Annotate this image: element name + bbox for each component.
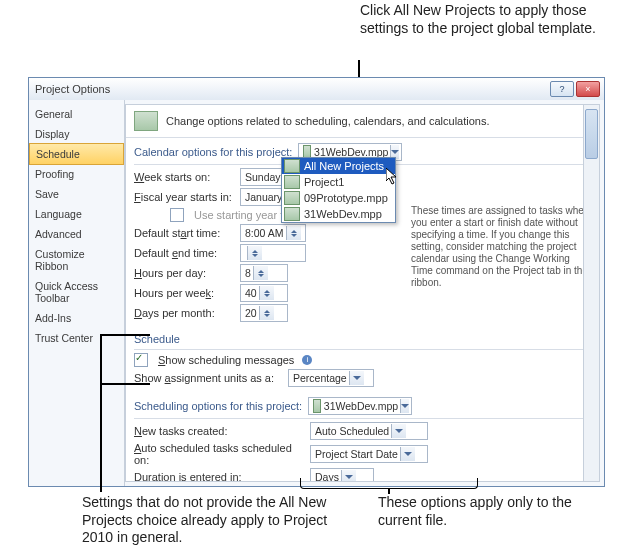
default-end-label: Default end time: <box>134 247 234 259</box>
hours-week-spin[interactable]: 40 <box>240 284 288 302</box>
mpp-icon <box>284 207 300 221</box>
side-note: These times are assigned to tasks when y… <box>411 205 591 289</box>
callout-line-left-ha <box>100 334 150 336</box>
fiscal-year-label: Fiscal year starts in: <box>134 191 234 203</box>
dropdown-item-all-new-projects[interactable]: All New Projects <box>282 158 395 174</box>
nav-item-general[interactable]: General <box>29 104 124 124</box>
show-messages-checkbox[interactable] <box>134 353 148 367</box>
default-start-label: Default start time: <box>134 227 234 239</box>
hours-day-value: 8 <box>245 267 251 279</box>
calendar-project-dropdown[interactable]: All New Projects Project1 09Prototype.mp… <box>281 157 396 223</box>
help-button[interactable]: ? <box>550 81 574 97</box>
schedule-section-title: Schedule <box>126 329 599 347</box>
days-month-spin[interactable]: 20 <box>240 304 288 322</box>
dropdown-item-09prototype[interactable]: 09Prototype.mpp <box>282 190 395 206</box>
default-start-spin[interactable]: 8:00 AM <box>240 224 306 242</box>
week-starts-label: WWeek starts on:eek starts on: <box>134 171 234 183</box>
annotation-bottom-right: These options apply only to the current … <box>378 494 588 529</box>
banner-text: Change options related to scheduling, ca… <box>166 115 490 127</box>
mpp-icon <box>313 399 321 413</box>
annotation-top: Click All New Projects to apply those se… <box>360 2 615 37</box>
default-start-value: 8:00 AM <box>245 227 284 239</box>
fiscal-year-value: January <box>245 191 282 203</box>
dropdown-item-label: 31WebDev.mpp <box>304 208 382 220</box>
nav-item-qat[interactable]: Quick Access Toolbar <box>29 276 124 308</box>
days-month-value: 20 <box>245 307 257 319</box>
use-starting-checkbox <box>170 208 184 222</box>
info-icon[interactable]: i <box>302 355 312 365</box>
dropdown-item-31webdev[interactable]: 31WebDev.mpp <box>282 206 395 222</box>
hours-week-value: 40 <box>245 287 257 299</box>
scrollbar-thumb[interactable] <box>585 109 598 159</box>
cursor-icon <box>386 168 400 186</box>
mpp-icon <box>284 159 300 173</box>
show-messages-label: Show scheduling messages <box>158 354 294 366</box>
new-tasks-label: New tasks created: <box>134 425 304 437</box>
nav-item-language[interactable]: Language <box>29 204 124 224</box>
hours-week-label: Hours per week: <box>134 287 234 299</box>
default-end-spin[interactable] <box>240 244 306 262</box>
window-title: Project Options <box>33 83 548 95</box>
assignment-units-label: Show assignment units as a: <box>134 372 282 384</box>
nav-item-trust-center[interactable]: Trust Center <box>29 328 124 348</box>
calendar-section-title: Calendar options for this project: <box>134 146 292 158</box>
sched-opts-project-value: 31WebDev.mpp <box>324 400 398 412</box>
dropdown-item-label: All New Projects <box>304 160 384 172</box>
scrollbar[interactable] <box>583 105 599 481</box>
close-button[interactable]: × <box>576 81 600 97</box>
chevron-down-icon <box>400 399 409 413</box>
mpp-icon <box>284 175 300 189</box>
banner: Change options related to scheduling, ca… <box>126 105 599 138</box>
callout-line-left-v <box>100 334 102 384</box>
dropdown-item-project1[interactable]: Project1 <box>282 174 395 190</box>
days-month-label: Days per month: <box>134 307 234 319</box>
auto-sched-value: Project Start Date <box>315 448 398 460</box>
week-starts-value: Sunday <box>245 171 281 183</box>
nav-item-proofing[interactable]: Proofing <box>29 164 124 184</box>
nav-item-addins[interactable]: Add-Ins <box>29 308 124 328</box>
chevron-down-icon <box>400 447 415 461</box>
auto-sched-label: Auto scheduled tasks scheduled on: <box>134 442 304 466</box>
assignment-units-combo[interactable]: Percentage <box>288 369 374 387</box>
callout-line-left-down <box>100 384 102 492</box>
sched-opts-project-combo[interactable]: 31WebDev.mpp <box>308 397 412 415</box>
content-pane: Change options related to scheduling, ca… <box>125 104 600 482</box>
annotation-bottom-left: Settings that do not provide the All New… <box>82 494 332 546</box>
dropdown-item-label: Project1 <box>304 176 344 188</box>
mpp-icon <box>284 191 300 205</box>
hours-day-label: Hours per day: <box>134 267 234 279</box>
new-tasks-combo[interactable]: Auto Scheduled <box>310 422 428 440</box>
nav-item-customize-ribbon[interactable]: Customize Ribbon <box>29 244 124 276</box>
schedule-icon <box>134 111 158 131</box>
new-tasks-value: Auto Scheduled <box>315 425 389 437</box>
chevron-down-icon <box>391 424 406 438</box>
duration-label: Duration is entered in: <box>134 471 304 482</box>
chevron-down-icon <box>349 371 364 385</box>
use-starting-label: Use starting year for <box>194 209 293 221</box>
assignment-units-value: Percentage <box>293 372 347 384</box>
nav-item-save[interactable]: Save <box>29 184 124 204</box>
category-nav: General Display Schedule Proofing Save L… <box>29 100 125 486</box>
titlebar: Project Options ? × <box>29 78 604 101</box>
auto-sched-combo[interactable]: Project Start Date <box>310 445 428 463</box>
nav-item-schedule[interactable]: Schedule <box>29 143 124 165</box>
dropdown-item-label: 09Prototype.mpp <box>304 192 388 204</box>
callout-line-left-hb <box>100 383 150 385</box>
nav-item-advanced[interactable]: Advanced <box>29 224 124 244</box>
project-options-dialog: Project Options ? × General Display Sche… <box>28 77 605 487</box>
nav-item-display[interactable]: Display <box>29 124 124 144</box>
sched-opts-section-title: Scheduling options for this project: <box>134 400 302 412</box>
hours-day-spin[interactable]: 8 <box>240 264 288 282</box>
